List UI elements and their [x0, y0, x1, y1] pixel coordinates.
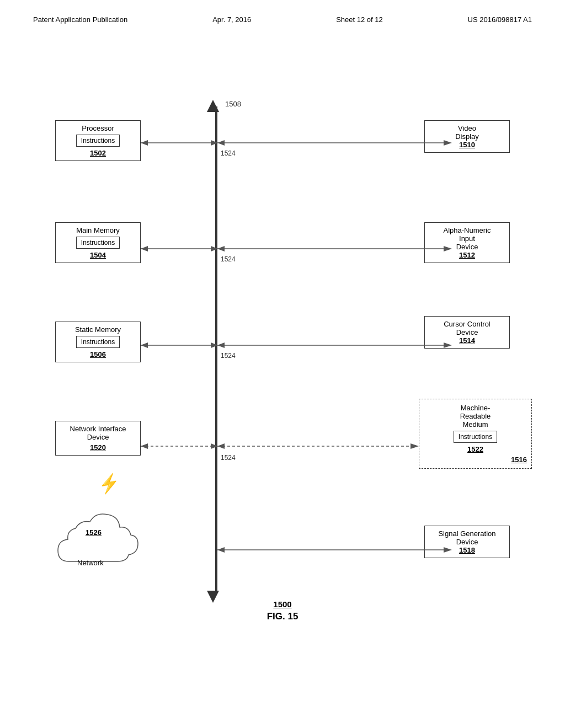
- cursorcontrol-line2: Device: [430, 328, 504, 336]
- header-patent-num: US 2016/098817 A1: [468, 15, 532, 24]
- page-header: Patent Application Publication Apr. 7, 2…: [0, 0, 565, 29]
- videodisplay-line1: Video: [430, 124, 504, 132]
- alphanumeric-line2: Input: [430, 234, 504, 243]
- cursorcontrol-line1: Cursor Control: [430, 320, 504, 328]
- network-num: 1526: [86, 528, 102, 537]
- svg-marker-2: [141, 140, 148, 146]
- label-1524-3: 1524: [221, 352, 236, 360]
- signalgen-connector: [217, 545, 455, 554]
- alphanumeric-box: Alpha-Numeric Input Device 1512: [424, 222, 510, 263]
- videodisplay-box: Video Display 1510: [424, 120, 510, 153]
- mainmem-connector: [141, 244, 218, 253]
- bus-label-1508: 1508: [225, 100, 241, 108]
- mainmem-title: Main Memory: [61, 226, 135, 234]
- fig-label: FIG. 15: [267, 611, 299, 622]
- netif-title: Network Interface Device: [61, 425, 135, 441]
- videodisplay-connector: [217, 138, 455, 147]
- staticmem-box: Static Memory Instructions 1506: [55, 322, 141, 362]
- staticmem-title: Static Memory: [61, 325, 135, 334]
- label-1524-2: 1524: [221, 255, 236, 263]
- machinereadable-outer-box: Machine- Readable Medium Instructions 15…: [419, 399, 532, 469]
- machinereadable-line2: Readable: [424, 412, 527, 420]
- header-date: Apr. 7, 2016: [212, 15, 251, 24]
- machinereadable-connector: [217, 442, 422, 451]
- lightning-icon: ⚡: [97, 472, 122, 496]
- svg-marker-26: [217, 547, 225, 553]
- mainmem-num: 1504: [61, 251, 135, 259]
- mainmem-box: Main Memory Instructions 1504: [55, 222, 141, 263]
- staticmem-num: 1506: [61, 350, 135, 358]
- mainmem-inner-box: Instructions: [76, 237, 120, 249]
- processor-num: 1502: [61, 149, 135, 157]
- svg-marker-10: [444, 246, 452, 251]
- svg-marker-23: [217, 443, 225, 449]
- machinereadable-line1: Machine-: [424, 404, 527, 412]
- arrow-down-icon: [207, 591, 219, 603]
- processor-box: Processor Instructions 1502: [55, 120, 141, 161]
- processor-inner-box: Instructions: [76, 135, 120, 147]
- svg-marker-5: [217, 140, 225, 146]
- header-left: Patent Application Publication: [33, 15, 127, 24]
- diagram-title-num: 1500: [267, 599, 299, 609]
- svg-marker-14: [141, 342, 148, 348]
- svg-marker-11: [217, 246, 225, 251]
- svg-marker-17: [217, 342, 225, 348]
- processor-title: Processor: [61, 124, 135, 132]
- staticmem-inner-box: Instructions: [76, 336, 120, 348]
- network-cloud: [52, 506, 146, 578]
- signalgen-line1: Signal Generation: [430, 529, 504, 538]
- netif-box: Network Interface Device 1520: [55, 421, 141, 456]
- cursorcontrol-connector: [217, 341, 455, 350]
- staticmem-connector: [141, 341, 218, 350]
- svg-marker-25: [444, 547, 452, 553]
- svg-marker-8: [141, 246, 148, 251]
- machinereadable-line3: Medium: [424, 420, 527, 429]
- mainmem-instructions: Instructions: [81, 239, 115, 247]
- signalgen-line2: Device: [430, 538, 504, 546]
- svg-marker-4: [444, 140, 452, 146]
- header-sheet: Sheet 12 of 12: [336, 15, 383, 24]
- machinereadable-instructions: Instructions: [459, 433, 492, 441]
- netif-connector: [141, 442, 218, 451]
- staticmem-instructions: Instructions: [81, 338, 115, 346]
- alphanumeric-connector: [217, 244, 455, 253]
- diagram-figure-num: 1500 FIG. 15: [267, 599, 299, 622]
- machinereadable-inner-box: Instructions: [454, 431, 497, 443]
- svg-marker-16: [444, 342, 452, 348]
- label-1524-4: 1524: [221, 454, 236, 462]
- svg-marker-22: [411, 443, 419, 449]
- label-1524-1: 1524: [221, 149, 236, 157]
- diagram-area: 1508 Processor Instructions 1502 Main Me…: [0, 35, 565, 669]
- network-label: Network: [77, 559, 104, 567]
- machinereadable-num: 1516: [424, 456, 527, 464]
- processor-connector: [141, 138, 218, 147]
- arrow-up-icon: [207, 100, 219, 112]
- processor-instructions: Instructions: [81, 137, 115, 144]
- alphanumeric-line1: Alpha-Numeric: [430, 226, 504, 234]
- svg-marker-20: [141, 443, 148, 449]
- netif-num: 1520: [61, 443, 135, 452]
- machinereadable-inner-num: 1522: [424, 445, 527, 453]
